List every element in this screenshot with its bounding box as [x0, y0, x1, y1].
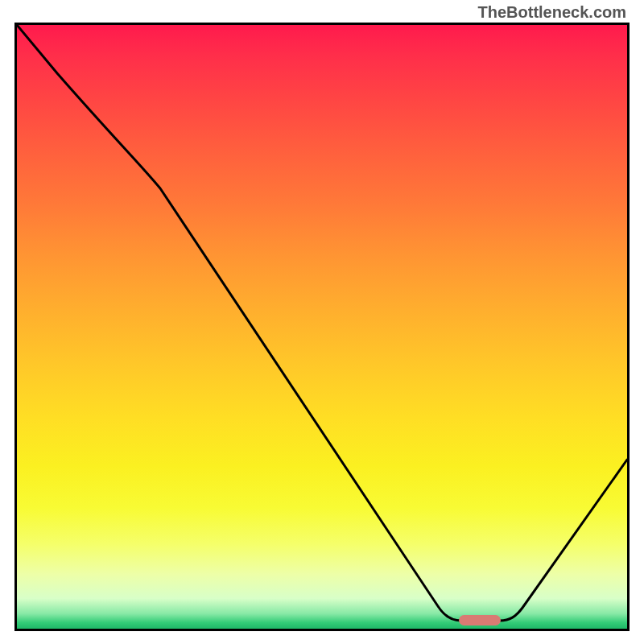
optimal-marker	[459, 615, 501, 625]
bottleneck-curve-path	[17, 25, 627, 621]
chart-plot-area	[14, 23, 630, 631]
chart-curve-svg	[17, 25, 627, 629]
watermark-text: TheBottleneck.com	[478, 3, 626, 22]
